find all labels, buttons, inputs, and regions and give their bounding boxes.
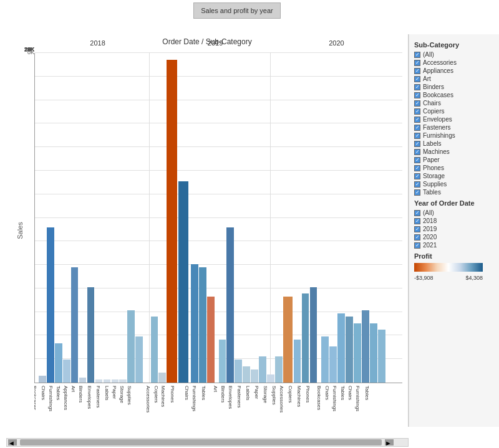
checkbox-year-all[interactable] — [414, 210, 420, 216]
legend-item-art[interactable]: Art — [414, 75, 494, 82]
checkbox-tables[interactable] — [414, 189, 420, 196]
legend-item-tables[interactable]: Tables — [414, 189, 494, 196]
bar-labels-2019 — [251, 369, 258, 383]
year-separator-1 — [149, 53, 150, 383]
checkbox-envelopes[interactable] — [414, 117, 420, 123]
checkbox-accessories[interactable] — [414, 60, 420, 66]
bar-supplies-2018 — [135, 336, 143, 383]
checkbox-appliances[interactable] — [414, 68, 420, 74]
checkbox-chairs[interactable] — [414, 100, 420, 107]
legend-label-supplies: Supplies — [423, 181, 447, 188]
xlabel-labels-2019: Labels — [245, 386, 251, 401]
xlabel-supplies-2019: Supplies — [271, 386, 277, 405]
checkbox-fasteners[interactable] — [414, 125, 420, 131]
legend-item-chairs[interactable]: Chairs — [414, 100, 494, 107]
checkbox-furnishings[interactable] — [414, 133, 420, 139]
grid-line-26k — [35, 76, 402, 77]
checkbox-paper[interactable] — [414, 157, 420, 163]
xlabel-more2-2020: Furnishings — [355, 386, 361, 411]
profit-legend-title: Profit — [414, 252, 494, 260]
legend-item-binders[interactable]: Binders — [414, 83, 494, 90]
grid-line-12k — [35, 241, 402, 241]
xlabel-envelopes-2019: Envelopes — [228, 386, 233, 409]
scroll-left-arrow[interactable]: ◄ — [8, 439, 17, 446]
legend-year-2019[interactable]: 2019 — [414, 226, 494, 232]
xlabel-binders-2018: Binders — [78, 386, 84, 403]
bar-supplies-2019 — [275, 356, 283, 383]
legend-item-phones[interactable]: Phones — [414, 164, 494, 171]
bar-storage-2019 — [267, 374, 274, 383]
xlabel-furnishings-2018: Furnishings — [48, 386, 54, 411]
right-panel: Sub-Category (All) Accessories Appliance… — [409, 34, 499, 427]
tooltip-text: Sales and profit by year — [201, 7, 273, 14]
legend-label-art: Art — [423, 75, 431, 82]
legend-label-all: (All) — [423, 51, 434, 58]
legend-item-fasteners[interactable]: Fasteners — [414, 124, 494, 131]
bar-chairs-2018b — [191, 264, 198, 383]
bar-art-2018 — [79, 378, 87, 383]
grid-line-28k — [35, 52, 402, 53]
chart-area: Order Date / Sub-Category Sales — [6, 34, 409, 427]
legend-item-furnishings[interactable]: Furnishings — [414, 132, 494, 139]
scroll-right-arrow[interactable]: ► — [385, 439, 394, 446]
legend-year-2021-label: 2021 — [423, 242, 437, 249]
checkbox-phones[interactable] — [414, 165, 420, 171]
checkbox-year-2021[interactable] — [414, 242, 420, 249]
horizontal-scrollbar[interactable]: ◄ ► — [6, 438, 409, 447]
grid-line-18k — [35, 170, 402, 171]
xlabel-appliances-2018: Appliances — [63, 386, 69, 410]
checkbox-copiers[interactable] — [414, 108, 420, 115]
xlabel-paper-2018: Paper — [112, 386, 117, 399]
legend-label-copiers: Copiers — [423, 108, 444, 115]
checkbox-year-2020[interactable] — [414, 234, 420, 241]
legend-item-appliances[interactable]: Appliances — [414, 67, 494, 74]
checkbox-year-2019[interactable] — [414, 226, 420, 232]
legend-year-2020-label: 2020 — [423, 234, 437, 241]
subcategory-legend-title: Sub-Category — [414, 41, 494, 49]
main-container: Sales and profit by year Order Date / Su… — [0, 0, 499, 448]
checkbox-supplies[interactable] — [414, 181, 420, 188]
legend-item-storage[interactable]: Storage — [414, 173, 494, 179]
bar-envelopes-2019 — [235, 360, 242, 383]
legend-label-bookcases: Bookcases — [423, 92, 453, 98]
legend-year-2018[interactable]: 2018 — [414, 217, 494, 224]
legend-year-2021[interactable]: 2021 — [414, 242, 494, 249]
bar-storage-2018 — [127, 310, 135, 383]
checkbox-machines[interactable] — [414, 149, 420, 155]
chart-tooltip: Sales and profit by year — [193, 2, 281, 19]
bar-envelopes-2018 — [95, 379, 103, 383]
xlabel-machines-m: Machines — [160, 386, 166, 407]
profit-gradient — [414, 263, 483, 272]
bar-copiers-machines — [158, 373, 166, 383]
checkbox-storage[interactable] — [414, 173, 420, 179]
scrollbar-thumb[interactable] — [20, 439, 382, 446]
legend-item-all[interactable]: (All) — [414, 51, 494, 58]
xlabel-copiers-2019: Copiers — [288, 386, 293, 403]
grid-line-20k — [35, 146, 402, 147]
legend-item-copiers[interactable]: Copiers — [414, 108, 494, 115]
legend-item-bookcases[interactable]: Bookcases — [414, 92, 494, 98]
checkbox-bookcases[interactable] — [414, 92, 420, 98]
legend-item-labels[interactable]: Labels — [414, 140, 494, 147]
checkbox-art[interactable] — [414, 76, 420, 82]
legend-item-envelopes[interactable]: Envelopes — [414, 116, 494, 123]
bar-furnishings-2018 — [55, 343, 62, 383]
xlabel-phones-m: Phones — [170, 386, 175, 403]
xlabel-chairs-2020: Chairs — [324, 386, 330, 400]
bar-extra1-2020 — [354, 323, 361, 383]
checkbox-labels[interactable] — [414, 141, 420, 147]
legend-item-machines[interactable]: Machines — [414, 148, 494, 155]
bar-chairs-2020 — [329, 346, 337, 383]
legend-item-accessories[interactable]: Accessories — [414, 59, 494, 66]
checkbox-year-2018[interactable] — [414, 218, 420, 224]
xlabel-machines-2019: Machines — [296, 386, 302, 407]
legend-item-supplies[interactable]: Supplies — [414, 181, 494, 188]
legend-item-paper[interactable]: Paper — [414, 156, 494, 163]
checkbox-binders[interactable] — [414, 84, 420, 90]
y-tick-0k: 0K — [27, 49, 34, 55]
xlabel-copiers-m: Copiers — [153, 386, 159, 403]
legend-year-all[interactable]: (All) — [414, 209, 494, 216]
legend-year-2020[interactable]: 2020 — [414, 234, 494, 241]
checkbox-all[interactable] — [414, 52, 420, 58]
bar-accessories-2019 — [283, 297, 293, 383]
